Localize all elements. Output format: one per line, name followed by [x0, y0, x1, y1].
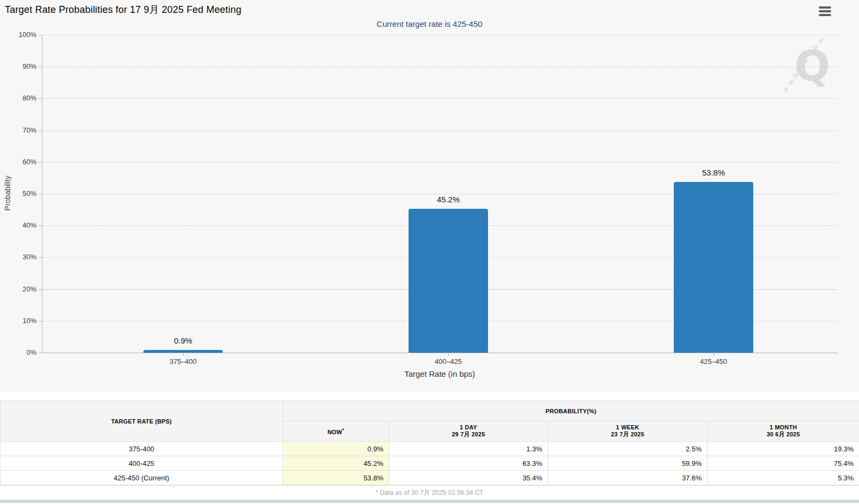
probability-bar[interactable]	[409, 209, 488, 353]
probability-table: TARGET RATE (BPS) PROBABILITY(%) NOW* 1 …	[0, 400, 859, 485]
bar-value-label: 0.9%	[140, 336, 226, 345]
y-tick-label: 80%	[4, 94, 37, 102]
col-header-1day: 1 DAY29 7月 2025	[389, 421, 548, 442]
y-tick-label: 60%	[4, 158, 37, 166]
col-header-1week: 1 WEEK23 7月 2025	[548, 421, 708, 442]
gridline	[42, 98, 838, 99]
x-tick-label: 425–450	[671, 357, 756, 366]
fedwatch-tool: Target Rate Probabilities for 17 9月 2025…	[0, 0, 859, 504]
col-header-1month: 1 MONTH30 6月 2025	[708, 421, 859, 442]
table-row: 375-400 0.9% 1.3% 2.5% 19.3%	[1, 442, 859, 456]
y-tick	[39, 225, 42, 226]
y-tick-label: 30%	[4, 253, 37, 261]
x-axis-title: Target Rate (in bps)	[42, 369, 838, 378]
table-row: 425-450 (Current) 53.8% 35.4% 37.6% 5.3%	[1, 471, 859, 485]
y-tick	[39, 194, 42, 194]
now-value: 0.9%	[283, 442, 389, 456]
y-tick-label: 0%	[4, 348, 37, 356]
1day-value: 63.3%	[389, 456, 548, 471]
col-header-target-rate: TARGET RATE (BPS)	[1, 401, 283, 442]
1day-value: 1.3%	[389, 442, 548, 456]
now-value: 45.2%	[283, 456, 389, 471]
y-tick-label: 90%	[4, 62, 37, 70]
col-group-header-probability: PROBABILITY(%)	[283, 401, 859, 421]
y-tick	[39, 35, 42, 35]
data-as-of-note: * Data as of 30 7月 2025 02:36:34 CT	[0, 485, 859, 500]
rate-label: 400-425	[1, 456, 283, 471]
y-tick	[39, 289, 42, 290]
gridline	[42, 130, 838, 131]
gridline	[42, 162, 838, 163]
footnote-asterisk: *	[342, 427, 344, 433]
rate-label: 375-400	[1, 442, 283, 456]
section-divider	[0, 392, 859, 400]
x-tick	[714, 353, 714, 356]
bar-value-label: 45.2%	[405, 195, 491, 204]
x-tick-label: 400–425	[405, 357, 491, 366]
gridline	[42, 67, 838, 67]
y-tick-label: 50%	[4, 189, 37, 198]
y-tick	[39, 98, 42, 99]
rate-label: 425-450 (Current)	[1, 471, 283, 485]
table-row: 400-425 45.2% 63.3% 59.9% 75.4%	[1, 456, 859, 471]
y-tick-label: 10%	[4, 317, 37, 325]
y-tick-label: 20%	[4, 285, 37, 293]
y-tick	[39, 321, 42, 322]
y-tick-label: 70%	[4, 126, 37, 134]
y-tick-label: 40%	[4, 221, 37, 229]
bar-chart: Probability Target Rate (in bps) 0%10%20…	[0, 0, 859, 392]
y-tick-label: 100%	[4, 31, 37, 39]
y-tick	[39, 162, 42, 163]
1month-value: 5.3%	[708, 471, 859, 485]
y-tick	[39, 257, 42, 258]
y-tick	[39, 67, 42, 67]
now-value: 53.8%	[283, 471, 389, 485]
1day-value: 35.4%	[389, 471, 548, 485]
x-tick-label: 375–400	[140, 357, 226, 366]
1week-value: 59.9%	[548, 456, 708, 471]
chart-section: Target Rate Probabilities for 17 9月 2025…	[0, 0, 859, 392]
y-tick	[39, 130, 42, 131]
1week-value: 2.5%	[548, 442, 708, 456]
gridline	[42, 35, 838, 35]
bar-value-label: 53.8%	[671, 168, 756, 177]
x-axis-line	[42, 353, 838, 353]
probability-bar[interactable]	[674, 182, 753, 353]
1month-value: 19.3%	[708, 442, 859, 456]
x-tick	[183, 353, 184, 356]
bottom-bar	[0, 500, 859, 503]
1week-value: 37.6%	[548, 471, 708, 485]
y-tick	[39, 353, 42, 353]
col-header-now: NOW*	[283, 421, 389, 442]
x-tick	[448, 353, 449, 356]
1month-value: 75.4%	[708, 456, 859, 471]
